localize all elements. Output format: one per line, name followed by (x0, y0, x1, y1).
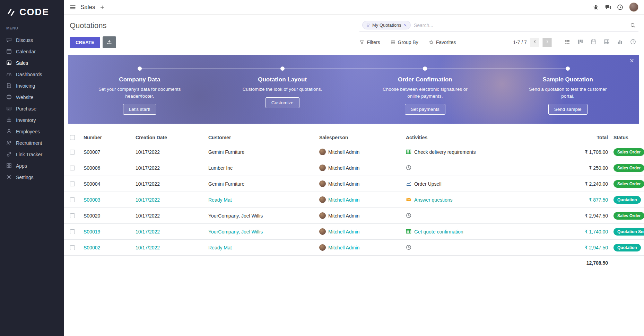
sidebar-item-purchase[interactable]: Purchase (0, 103, 64, 114)
sidebar-item-label: Link Tracker (16, 152, 42, 157)
sidebar-item-settings[interactable]: Settings (0, 171, 64, 183)
group-by-button[interactable]: Group By (391, 39, 418, 45)
select-all-checkbox[interactable] (70, 135, 75, 140)
row-checkbox[interactable] (70, 182, 75, 186)
pager-previous-button[interactable] (530, 38, 539, 47)
column-header-total[interactable]: Total (552, 131, 611, 144)
hamburger-menu-icon[interactable] (70, 4, 76, 10)
envelope-icon[interactable] (406, 197, 412, 203)
add-tab-icon[interactable] (100, 5, 105, 10)
set-payments-button[interactable]: Set payments (405, 104, 445, 115)
column-header-salesperson[interactable]: Salesperson (316, 131, 403, 144)
sidebar-item-discuss[interactable]: Discuss (0, 34, 64, 46)
step-title: Quotation Layout (258, 76, 307, 83)
group-by-icon (391, 40, 395, 45)
table-row[interactable]: S00003 10/17/2022 Ready Mat Mitchell Adm… (64, 192, 644, 208)
clock-activity-icon[interactable] (406, 213, 412, 219)
salesperson-avatar (319, 228, 326, 235)
customize-button[interactable]: Customize (266, 97, 299, 108)
page-title: Quotations (70, 21, 106, 30)
table-header-row: Number Creation Date Customer Salesperso… (64, 131, 644, 144)
lets-start-button[interactable]: Let's start! (123, 104, 156, 115)
table-row[interactable]: S00020 10/17/2022 YourCompany, Joel Will… (64, 208, 644, 224)
search-facet-my-quotations[interactable]: My Quotations (362, 21, 411, 29)
step-description: Customize the look of your quotations. (243, 86, 322, 93)
spreadsheet-icon[interactable] (406, 149, 412, 155)
row-checkbox[interactable] (70, 213, 75, 218)
chart-icon[interactable] (406, 181, 412, 187)
graph-view-button[interactable] (614, 37, 625, 47)
cell-salesperson: Mitchell Admin (328, 229, 359, 235)
pivot-view-button[interactable] (601, 37, 612, 47)
row-checkbox[interactable] (70, 150, 75, 154)
favorites-button[interactable]: Favorites (429, 39, 456, 45)
status-badge: Sales Order (613, 212, 644, 220)
export-button[interactable] (103, 36, 116, 48)
step-dot (566, 67, 570, 71)
column-header-customer[interactable]: Customer (206, 131, 316, 144)
sidebar-item-label: Website (16, 95, 33, 100)
create-button[interactable]: CREATE (70, 37, 100, 48)
table-row[interactable]: S00006 10/17/2022 Lumber Inc Mitchell Ad… (64, 160, 644, 176)
table-row[interactable]: S00002 10/17/2022 Ready Mat Mitchell Adm… (64, 240, 644, 256)
spreadsheet-icon[interactable] (406, 229, 412, 235)
column-header-number[interactable]: Number (81, 131, 133, 144)
cell-creation-date: 10/17/2022 (133, 144, 206, 160)
sidebar-item-invoicing[interactable]: Invoicing (0, 80, 64, 91)
sidebar-item-dashboards[interactable]: Dashboards (0, 69, 64, 80)
cell-total: ₹ 1,706.00 (552, 144, 611, 160)
messages-icon[interactable] (605, 4, 611, 10)
sidebar-item-apps[interactable]: Apps (0, 160, 64, 171)
table-row[interactable]: S00019 10/17/2022 YourCompany, Joel Will… (64, 224, 644, 240)
activities-clock-icon[interactable] (617, 4, 623, 10)
filters-button[interactable]: Filters (359, 39, 380, 45)
column-header-activities[interactable]: Activities (403, 131, 552, 144)
column-header-status[interactable]: Status (611, 131, 644, 144)
bug-icon[interactable] (593, 4, 599, 10)
menu-section-label: MENU (0, 26, 64, 34)
search-icon[interactable] (630, 23, 636, 28)
status-badge: Sales Order (613, 148, 644, 156)
table-row[interactable]: S00004 10/17/2022 Gemini Furniture Mitch… (64, 176, 644, 192)
row-checkbox[interactable] (70, 197, 75, 202)
list-view-button[interactable] (562, 37, 573, 47)
row-checkbox[interactable] (70, 229, 75, 234)
sidebar-item-inventory[interactable]: Inventory (0, 114, 64, 126)
cell-total: ₹ 1,740.00 (552, 224, 611, 239)
calendar-icon (6, 48, 12, 54)
row-checkbox[interactable] (70, 245, 75, 250)
send-sample-button[interactable]: Send sample (548, 104, 588, 115)
sidebar-item-website[interactable]: Website (0, 91, 64, 103)
search-input[interactable] (414, 23, 627, 28)
sidebar-item-sales[interactable]: Sales (0, 57, 64, 69)
clock-activity-icon[interactable] (406, 245, 412, 250)
sidebar-menu: Discuss Calendar Sales Dashboards Invoic… (0, 34, 64, 183)
clock-activity-icon[interactable] (406, 165, 412, 171)
pager-next-button[interactable] (542, 38, 552, 47)
facet-remove-icon[interactable] (403, 24, 407, 27)
status-badge: Quotation (613, 196, 641, 204)
sidebar-item-employees[interactable]: Employees (0, 126, 64, 137)
total-sum: 12,708.50 (552, 260, 611, 266)
sidebar-item-calendar[interactable]: Calendar (0, 46, 64, 57)
star-icon (429, 40, 434, 45)
column-header-creation-date[interactable]: Creation Date (133, 131, 206, 144)
row-checkbox[interactable] (70, 166, 75, 170)
step-dot (280, 67, 285, 71)
table-sum-row: 12,708.50 (64, 256, 644, 270)
salesperson-avatar (319, 149, 326, 155)
cell-total: ₹ 2,947.50 (552, 208, 611, 223)
table-row[interactable]: S00007 10/17/2022 Gemini Furniture Mitch… (64, 144, 644, 160)
kanban-view-button[interactable] (575, 37, 586, 47)
sidebar-item-link-tracker[interactable]: Link Tracker (0, 149, 64, 160)
calendar-view-button[interactable] (588, 37, 599, 47)
logo[interactable]: CODE (0, 0, 64, 26)
cell-number: S00002 (81, 240, 133, 255)
app-title[interactable]: Sales (80, 4, 95, 11)
sidebar-item-recruitment[interactable]: Recruitment (0, 137, 64, 149)
user-avatar[interactable] (629, 2, 638, 12)
inventory-icon (6, 117, 12, 123)
activity-view-button[interactable] (627, 37, 638, 47)
step-dot (423, 67, 427, 71)
invoicing-icon (6, 83, 12, 89)
